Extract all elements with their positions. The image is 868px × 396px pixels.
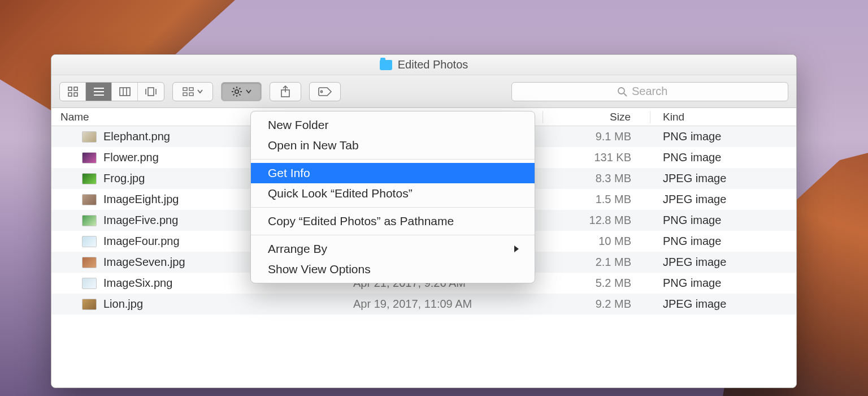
svg-line-22 — [233, 88, 235, 89]
file-name: Flower.png — [103, 151, 159, 164]
svg-rect-13 — [183, 88, 187, 91]
chevron-down-icon — [197, 89, 203, 94]
cell-date: Apr 19, 2017, 11:09 AM — [345, 298, 543, 311]
svg-line-29 — [624, 93, 627, 96]
cell-size: 8.3 MB — [543, 172, 650, 185]
menu-item-show-view-options[interactable]: Show View Options — [251, 259, 535, 279]
menu-item-open-new-tab[interactable]: Open in New Tab — [251, 135, 535, 156]
cell-size: 9.1 MB — [543, 130, 650, 143]
file-name: Lion.jpg — [103, 298, 143, 311]
file-name: ImageEight.jpg — [103, 193, 179, 206]
svg-rect-15 — [183, 93, 187, 96]
file-name: ImageFour.png — [103, 235, 180, 248]
menu-item-get-info[interactable]: Get Info — [251, 163, 535, 183]
cell-kind: PNG image — [650, 214, 796, 227]
chevron-down-icon — [246, 89, 251, 94]
menu-item-copy-pathname[interactable]: Copy “Edited Photos” as Pathname — [251, 211, 535, 231]
gear-icon — [231, 86, 242, 97]
svg-rect-16 — [189, 93, 193, 96]
file-thumbnail-icon — [82, 236, 97, 247]
column-header-size[interactable]: Size — [543, 111, 650, 123]
svg-rect-14 — [189, 88, 193, 91]
cell-kind: PNG image — [650, 235, 796, 248]
file-row[interactable]: Lion.jpgApr 19, 2017, 11:09 AM9.2 MBJPEG… — [51, 294, 796, 315]
action-dropdown-button[interactable] — [221, 82, 262, 101]
svg-point-28 — [618, 88, 624, 94]
search-input[interactable] — [632, 85, 683, 98]
cell-size: 5.2 MB — [543, 277, 650, 290]
folder-icon — [380, 60, 392, 70]
cell-kind: JPEG image — [650, 193, 796, 206]
svg-rect-7 — [120, 88, 130, 96]
share-button[interactable] — [270, 82, 301, 101]
view-mode-segmented — [59, 82, 164, 101]
file-name: ImageFive.png — [103, 214, 178, 227]
file-thumbnail-icon — [82, 194, 97, 205]
menu-item-arrange-by[interactable]: Arrange By — [251, 239, 535, 259]
column-header-kind[interactable]: Kind — [650, 111, 796, 123]
file-thumbnail-icon — [82, 215, 97, 226]
svg-rect-3 — [74, 93, 77, 96]
cell-size: 1.5 MB — [543, 193, 650, 206]
arrange-dropdown-button[interactable] — [172, 82, 213, 101]
svg-point-17 — [235, 89, 238, 93]
svg-rect-0 — [68, 87, 72, 91]
svg-rect-2 — [68, 93, 72, 96]
column-view-icon — [119, 87, 131, 96]
share-icon — [280, 85, 290, 98]
cell-size: 12.8 MB — [543, 214, 650, 227]
cell-kind: JPEG image — [650, 256, 796, 269]
window-titlebar[interactable]: Edited Photos — [51, 55, 796, 75]
window-title: Edited Photos — [398, 58, 468, 71]
svg-line-25 — [239, 88, 240, 89]
cell-size: 10 MB — [543, 235, 650, 248]
file-thumbnail-icon — [82, 152, 97, 163]
cell-kind: PNG image — [650, 151, 796, 164]
file-name: Elephant.png — [103, 130, 170, 143]
view-list-button[interactable] — [86, 83, 112, 101]
menu-separator — [251, 207, 535, 208]
search-field[interactable] — [511, 82, 788, 101]
view-icon-button[interactable] — [60, 83, 86, 101]
search-icon — [617, 87, 627, 97]
action-menu: New Folder Open in New Tab Get Info Quic… — [250, 111, 535, 283]
cell-kind: JPEG image — [650, 298, 796, 311]
file-thumbnail-icon — [82, 131, 97, 143]
file-thumbnail-icon — [82, 257, 97, 268]
cell-size: 131 KB — [543, 151, 650, 164]
list-view-icon — [93, 87, 105, 96]
file-thumbnail-icon — [82, 278, 97, 289]
svg-point-27 — [320, 91, 322, 92]
menu-separator — [251, 235, 535, 235]
cell-kind: JPEG image — [650, 172, 796, 185]
submenu-arrow-icon — [513, 245, 520, 253]
toolbar — [51, 75, 796, 108]
menu-item-new-folder[interactable]: New Folder — [251, 115, 535, 135]
file-thumbnail-icon — [82, 299, 97, 310]
svg-line-24 — [233, 94, 235, 95]
menu-item-quick-look[interactable]: Quick Look “Edited Photos” — [251, 183, 535, 204]
svg-rect-10 — [148, 88, 154, 96]
tags-button[interactable] — [309, 82, 341, 101]
cell-kind: PNG image — [650, 130, 796, 143]
view-gallery-button[interactable] — [138, 83, 164, 101]
file-thumbnail-icon — [82, 173, 97, 184]
cell-size: 9.2 MB — [543, 298, 650, 311]
svg-rect-1 — [74, 87, 77, 91]
svg-line-23 — [239, 94, 240, 95]
cell-name: Lion.jpg — [51, 298, 345, 311]
icon-view-icon — [68, 87, 78, 97]
view-column-button[interactable] — [112, 83, 138, 101]
tag-icon — [318, 87, 332, 97]
arrange-icon — [183, 87, 194, 96]
coverflow-view-icon — [145, 87, 157, 96]
file-name: ImageSix.png — [103, 277, 172, 290]
menu-separator — [251, 159, 535, 160]
file-name: Frog.jpg — [103, 172, 145, 185]
file-name: ImageSeven.jpg — [103, 256, 185, 269]
menu-item-label: Arrange By — [268, 242, 327, 256]
cell-kind: PNG image — [650, 277, 796, 290]
cell-size: 2.1 MB — [543, 256, 650, 269]
